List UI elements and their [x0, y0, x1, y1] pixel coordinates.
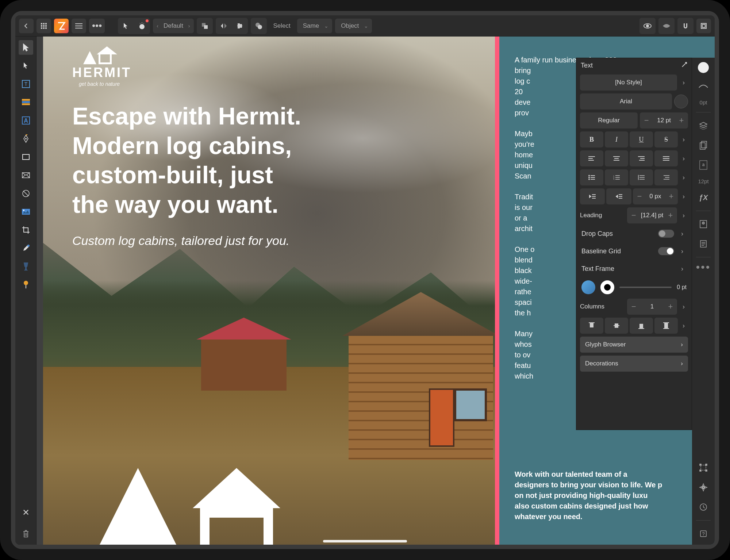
valign-top-button[interactable]: [580, 318, 603, 334]
color-well[interactable]: [698, 62, 709, 73]
font-family-selector[interactable]: Arial: [580, 93, 672, 110]
arrange-button[interactable]: [197, 19, 212, 33]
indent-button[interactable]: [606, 188, 631, 204]
valign-center-button[interactable]: [605, 318, 628, 334]
text-frame-tool-icon[interactable]: T: [19, 77, 33, 91]
align-button[interactable]: [233, 19, 247, 33]
magic-tool[interactable]: [135, 19, 149, 33]
pin-panel-icon[interactable]: [681, 62, 687, 69]
underline-button[interactable]: U: [630, 131, 653, 147]
move-tool-icon[interactable]: [19, 40, 33, 55]
node-tool-icon[interactable]: [19, 58, 33, 73]
close-icon[interactable]: ✕: [19, 505, 33, 520]
font-size-stepper[interactable]: − 12 pt +: [640, 112, 688, 129]
numbered-list-button[interactable]: 123: [605, 169, 628, 185]
indent-stepper[interactable]: − 0 px +: [633, 188, 678, 204]
drop-caps-toggle[interactable]: [658, 230, 674, 238]
outdent-button[interactable]: [580, 188, 605, 204]
align-justify-button[interactable]: [654, 150, 678, 166]
increase-button[interactable]: +: [675, 116, 688, 125]
bold-button[interactable]: B: [580, 131, 603, 147]
boolean-button[interactable]: [251, 19, 266, 33]
home-indicator[interactable]: [323, 540, 407, 542]
fields-studio-icon[interactable]: [697, 237, 710, 250]
chevron-right-icon[interactable]: ›: [678, 265, 687, 273]
columns-stepper[interactable]: − 1 +: [627, 299, 677, 315]
back-button[interactable]: [19, 19, 34, 33]
chevron-right-icon[interactable]: ›: [679, 169, 688, 185]
italic-button[interactable]: I: [605, 131, 628, 147]
stroke-width-slider[interactable]: [619, 287, 672, 288]
app-icon[interactable]: [54, 19, 69, 33]
snap-button[interactable]: [678, 19, 693, 33]
chevron-right-icon[interactable]: ›: [679, 150, 688, 166]
fx-studio-icon[interactable]: ƒX: [697, 191, 710, 204]
eyedropper-tool-icon[interactable]: [19, 241, 33, 256]
align-right-button[interactable]: [630, 150, 653, 166]
pen-tool-icon[interactable]: [19, 131, 33, 146]
list-style-3-button[interactable]: [630, 169, 653, 185]
more-studios-icon[interactable]: •••: [696, 264, 711, 271]
view-mode-button[interactable]: [659, 19, 674, 33]
object-dropdown[interactable]: Object ⌄: [335, 19, 372, 33]
valign-bottom-button[interactable]: [630, 318, 653, 334]
drop-caps-row[interactable]: Drop Caps ›: [576, 225, 692, 242]
text-color-swatch[interactable]: [674, 95, 688, 108]
subheading[interactable]: Custom log cabins, tailored just for you…: [72, 234, 301, 248]
align-center-button[interactable]: [605, 150, 628, 166]
assets-studio-icon[interactable]: [697, 218, 710, 231]
preset-selector[interactable]: ‹ Default ›: [153, 19, 193, 33]
chevron-right-icon[interactable]: ›: [187, 23, 192, 29]
preview-button[interactable]: [640, 19, 655, 33]
picture-frame-tool-icon[interactable]: [19, 204, 33, 219]
baseline-grid-row[interactable]: Baseline Grid ›: [576, 242, 692, 260]
artistic-text-tool-icon[interactable]: A: [19, 113, 33, 128]
hamburger-menu[interactable]: [72, 19, 86, 33]
help-icon[interactable]: ?: [697, 527, 710, 540]
chevron-right-icon[interactable]: ›: [678, 248, 687, 255]
pages-studio-icon[interactable]: [697, 139, 710, 152]
chevron-right-icon[interactable]: ›: [679, 188, 688, 204]
envelope-tool-icon[interactable]: [19, 168, 33, 183]
decrease-button[interactable]: −: [640, 116, 653, 125]
text-style-selector[interactable]: [No Style]: [580, 74, 677, 91]
headline[interactable]: Escape with Hermit. Modern log cabins, c…: [72, 101, 301, 219]
more-menu[interactable]: •••: [89, 19, 105, 33]
stroke-swatch[interactable]: [600, 280, 614, 294]
trash-icon[interactable]: [19, 526, 33, 541]
chevron-right-icon[interactable]: ›: [679, 131, 688, 147]
layers-studio-icon[interactable]: [697, 119, 710, 132]
table-tool-icon[interactable]: [19, 95, 33, 110]
flip-h-button[interactable]: [216, 19, 231, 33]
glass-tool-icon[interactable]: [19, 259, 33, 274]
list-style-4-button[interactable]: [654, 169, 678, 185]
grid-button[interactable]: [36, 19, 51, 33]
character-studio-icon[interactable]: a: [697, 158, 710, 172]
bullet-list-button[interactable]: [580, 169, 603, 185]
rectangle-tool-icon[interactable]: [19, 150, 33, 164]
chevron-right-icon[interactable]: ›: [679, 303, 688, 311]
leading-stepper[interactable]: − [12.4] pt +: [627, 207, 677, 223]
font-weight-selector[interactable]: Regular: [580, 112, 638, 129]
chevron-right-icon[interactable]: ›: [679, 318, 688, 334]
history-studio-icon[interactable]: [697, 500, 710, 514]
strike-button[interactable]: S: [654, 131, 678, 147]
chevron-left-icon[interactable]: ‹: [155, 23, 160, 29]
same-dropdown[interactable]: Same ⌄: [297, 19, 332, 33]
chevron-right-icon[interactable]: ›: [679, 79, 688, 87]
fullscreen-button[interactable]: [696, 19, 711, 33]
circle-cross-tool-icon[interactable]: [19, 186, 33, 201]
text-frame-row[interactable]: Text Frame ›: [576, 260, 692, 277]
valign-justify-button[interactable]: [654, 318, 678, 334]
fill-swatch[interactable]: [581, 280, 595, 294]
transform-studio-icon[interactable]: [697, 461, 710, 474]
chevron-right-icon[interactable]: ›: [679, 212, 688, 219]
decorations-button[interactable]: Decorations›: [580, 356, 688, 372]
navigator-studio-icon[interactable]: [697, 481, 710, 494]
baseline-grid-toggle[interactable]: [658, 247, 674, 255]
stroke-style-icon[interactable]: [697, 80, 710, 93]
align-left-button[interactable]: [580, 150, 603, 166]
chevron-right-icon[interactable]: ›: [678, 230, 687, 238]
crop-tool-icon[interactable]: [19, 223, 33, 237]
glyph-browser-button[interactable]: Glyph Browser›: [580, 337, 688, 353]
